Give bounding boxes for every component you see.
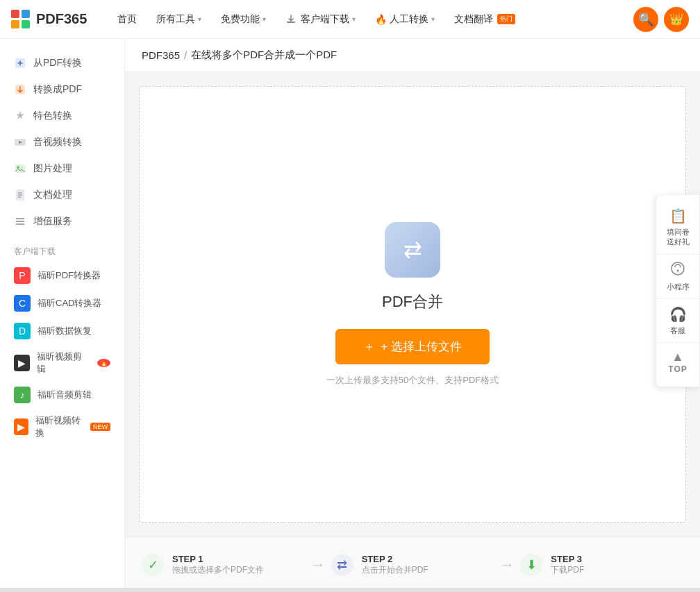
top-arrow-icon: ▲ [672,350,684,364]
upload-area[interactable]: ⇄ PDF合并 ＋ + 选择上传文件 一次上传最多支持50个文件、支持PDF格式 [139,86,686,523]
app-icon-video-convert: ▶ [14,418,28,435]
search-button[interactable]: 🔍 [633,7,658,32]
sidebar-app-cad-converter[interactable]: C 福昕CAD转换器 [0,289,124,317]
app-icon-data-recovery: D [14,323,31,339]
app-icon-audio-editor: ♪ [14,387,31,403]
step-2-icon: ⇄ [331,554,353,576]
survey-icon: 📋 [669,208,687,224]
chevron-down-icon: ▾ [431,15,435,23]
svg-rect-0 [287,22,295,23]
nav-item-home[interactable]: 首页 [109,9,145,30]
sidebar-section-title: 客户端下载 [0,235,124,262]
hot-badge: 🔥 [97,359,110,367]
chevron-down-icon: ▾ [352,15,356,23]
step-2-info: STEP 2 点击开始合并PDF [362,554,428,576]
sidebar-item-special[interactable]: 特色转换 [0,103,124,129]
step-3-info: STEP 3 下载PDF [551,554,584,576]
steps-bar: ✓ STEP 1 拖拽或选择多个PDF文件 → ⇄ STEP 2 点击开始合并P… [125,536,700,592]
breadcrumb-site: PDF365 [142,49,180,61]
breadcrumb-page: 在线将多个PDF合并成一个PDF [191,49,337,62]
main-content: PDF365 / 在线将多个PDF合并成一个PDF ⇄ PDF合并 ＋ + 选择… [125,39,700,592]
sidebar-app-data-recovery[interactable]: D 福昕数据恢复 [0,317,124,345]
nav-menu: 首页 所有工具 ▾ 免费功能 ▾ 客户端下载 ▾ 🔥 人工转换 ▾ 文档翻译 热… [109,9,633,30]
nav-item-tools[interactable]: 所有工具 ▾ [148,9,210,30]
app-icon-cad-converter: C [14,295,31,312]
value-icon [14,215,26,228]
av-icon [14,136,26,149]
breadcrumb: PDF365 / 在线将多个PDF合并成一个PDF [125,39,700,72]
svg-point-6 [17,167,19,169]
upload-hint: 一次上传最多支持50个文件、支持PDF格式 [326,374,499,387]
sidebar: 从PDF转换 转换成PDF 特色转换 音视频转换 图片处理 [0,39,125,592]
miniprogram-icon [671,262,685,279]
step-arrow-1: → [310,556,326,574]
sidebar-item-doc[interactable]: 文档处理 [0,182,124,208]
sidebar-item-value[interactable]: 增值服务 [0,208,124,235]
nav-item-manual[interactable]: 🔥 人工转换 ▾ [367,9,443,30]
hot-badge: 热门 [497,14,515,24]
breadcrumb-separator: / [184,49,187,61]
step-3-icon: ⬇ [520,554,542,576]
special-icon [14,110,26,122]
user-icon: 👑 [669,12,683,26]
horizontal-scrollbar[interactable] [125,588,700,592]
step-2: ⇄ STEP 2 点击开始合并PDF [331,554,494,576]
nav-item-download[interactable]: 客户端下载 ▾ [277,9,364,30]
headset-icon: 🎧 [669,306,687,323]
app-icon-video-editor: ▶ [14,355,30,371]
plus-icon: ＋ [363,339,375,355]
download-icon [285,14,297,25]
new-badge: NEW [90,423,110,431]
fire-icon: 🔥 [375,14,387,25]
nav-right-actions: 🔍 👑 [633,7,689,32]
step-1-icon: ✓ [142,554,164,576]
logo-text: PDF365 [36,11,87,27]
pdf-merge-icon: ⇄ [385,222,440,278]
main-layout: 从PDF转换 转换成PDF 特色转换 音视频转换 图片处理 [0,39,700,592]
sidebar-app-audio-editor[interactable]: ♪ 福昕音频剪辑 [0,381,124,409]
chevron-down-icon: ▾ [262,15,266,23]
upload-button[interactable]: ＋ + 选择上传文件 [335,329,490,364]
nav-item-free[interactable]: 免费功能 ▾ [212,9,274,30]
step-3: ⬇ STEP 3 下载PDF [520,554,683,576]
svg-point-15 [677,269,679,271]
top-navigation: PDF365 首页 所有工具 ▾ 免费功能 ▾ 客户端下载 ▾ 🔥 人工转换 ▾… [0,0,700,39]
logo[interactable]: PDF365 [11,10,87,29]
step-1-info: STEP 1 拖拽或选择多个PDF文件 [172,554,264,576]
step-arrow-2: → [499,556,515,574]
sidebar-app-video-convert[interactable]: ▶ 福昕视频转换 NEW [0,409,124,445]
logo-icon [11,10,31,29]
user-button[interactable]: 👑 [664,7,689,32]
step-1: ✓ STEP 1 拖拽或选择多个PDF文件 [142,554,305,576]
sidebar-app-video-editor[interactable]: ▶ 福昕视频剪辑 🔥 [0,345,124,381]
app-icon-pdf-converter: P [14,267,31,284]
chevron-down-icon: ▾ [198,15,201,23]
nav-item-translate[interactable]: 文档翻译 热门 [446,9,524,30]
from-pdf-icon [14,57,26,69]
top-label: TOP [668,364,687,374]
image-icon [14,162,26,175]
sidebar-app-pdf-converter[interactable]: P 福昕PDF转换器 [0,262,124,289]
sidebar-item-from-pdf[interactable]: 从PDF转换 [0,50,124,76]
survey-button[interactable]: 📋 填问卷送好礼 [656,201,699,255]
miniprogram-button[interactable]: 小程序 [656,255,699,299]
to-pdf-icon [14,83,26,96]
svg-rect-5 [15,164,25,173]
tool-title: PDF合并 [382,291,443,312]
customer-service-button[interactable]: 🎧 客服 [656,299,699,343]
search-icon: 🔍 [638,12,653,27]
sidebar-item-av[interactable]: 音视频转换 [0,129,124,155]
back-to-top-button[interactable]: ▲ TOP [656,343,699,381]
sidebar-item-to-pdf[interactable]: 转换成PDF [0,76,124,103]
sidebar-item-image[interactable]: 图片处理 [0,155,124,182]
right-floating-panel: 📋 填问卷送好礼 小程序 🎧 客服 ▲ TOP [656,194,700,387]
doc-icon [14,189,26,201]
